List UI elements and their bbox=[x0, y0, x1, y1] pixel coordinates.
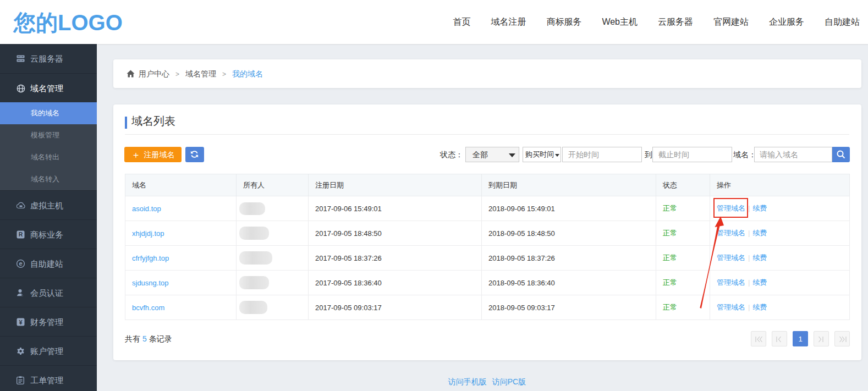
svg-text:¥: ¥ bbox=[19, 319, 23, 326]
svg-text:R: R bbox=[19, 231, 23, 238]
svg-text:e: e bbox=[19, 260, 22, 267]
